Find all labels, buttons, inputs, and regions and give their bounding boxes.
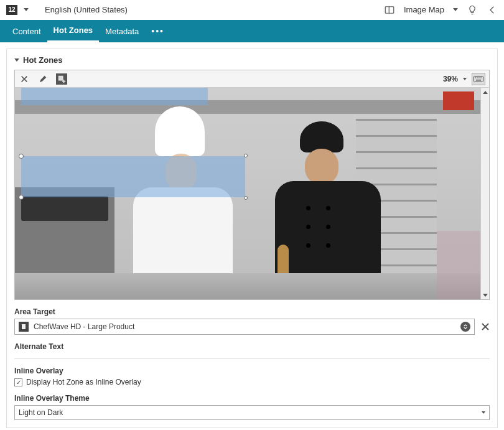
inline-overlay-checkbox[interactable]: ✓ (14, 378, 22, 386)
inline-overlay-checkbox-label[interactable]: Display Hot Zone as Inline Overlay (26, 378, 141, 386)
tab-content[interactable]: Content (6, 20, 47, 42)
layout-icon[interactable] (384, 4, 395, 16)
image-editor: 39% (14, 70, 490, 300)
svg-rect-9 (22, 324, 26, 329)
view-mode-label[interactable]: Image Map (404, 5, 444, 14)
tab-bar: Content Hot Zones Metadata ••• (0, 20, 504, 42)
tab-metadata[interactable]: Metadata (99, 20, 145, 42)
image-canvas[interactable] (15, 88, 480, 299)
add-zone-button[interactable] (56, 73, 67, 85)
svg-rect-3 (474, 76, 483, 82)
scroll-up-icon[interactable] (483, 91, 488, 94)
version-indicator-icon[interactable]: 12 (6, 5, 17, 15)
locale-label[interactable]: English (United States) (45, 5, 128, 14)
view-mode-dropdown-icon[interactable] (453, 8, 458, 11)
hot-zone-2[interactable] (437, 231, 480, 299)
product-icon (19, 322, 29, 332)
keyboard-shortcuts-button[interactable] (472, 73, 485, 85)
target-picker-icon[interactable] (460, 322, 470, 332)
area-target-label: Area Target (14, 307, 490, 316)
area-target-value: ChefWave HD - Large Product (34, 322, 460, 331)
tab-hot-zones[interactable]: Hot Zones (47, 20, 100, 42)
delete-zone-button[interactable] (19, 73, 30, 85)
section-divider (14, 358, 490, 359)
svg-point-6 (478, 77, 480, 78)
zoom-dropdown-icon[interactable] (463, 78, 467, 80)
lightbulb-icon[interactable] (467, 4, 478, 16)
svg-rect-8 (476, 80, 481, 81)
area-target-input[interactable]: ChefWave HD - Large Product (14, 319, 475, 335)
hot-zone-selected[interactable] (21, 156, 245, 197)
inline-overlay-theme-label: Inline Overlay Theme (14, 394, 490, 403)
version-dropdown-icon[interactable] (24, 8, 29, 11)
section-toggle-icon[interactable] (14, 58, 19, 62)
hot-zones-panel: Hot Zones (6, 49, 498, 428)
section-title: Hot Zones (23, 55, 63, 65)
editor-toolbar: 39% (15, 70, 489, 88)
svg-point-4 (475, 77, 476, 78)
alternate-text-label: Alternate Text (14, 342, 490, 351)
zoom-level[interactable]: 39% (443, 75, 458, 83)
inline-overlay-label: Inline Overlay (14, 367, 490, 375)
svg-point-7 (480, 77, 482, 78)
svg-rect-0 (385, 6, 394, 13)
edit-zone-button[interactable] (37, 73, 49, 85)
svg-point-5 (477, 77, 478, 78)
vertical-scrollbar[interactable] (480, 88, 489, 299)
collapse-panel-icon[interactable] (487, 4, 498, 16)
theme-dropdown-icon (482, 411, 485, 414)
tab-overflow-icon[interactable]: ••• (145, 26, 170, 36)
theme-selected-value: Light on Dark (19, 408, 482, 417)
hot-zone-1[interactable] (21, 88, 208, 105)
inline-overlay-theme-select[interactable]: Light on Dark (14, 405, 490, 420)
scroll-down-icon[interactable] (483, 294, 488, 297)
clear-target-button[interactable] (481, 322, 490, 331)
svg-rect-2 (58, 75, 63, 80)
top-bar: 12 English (United States) Image Map (0, 0, 504, 20)
